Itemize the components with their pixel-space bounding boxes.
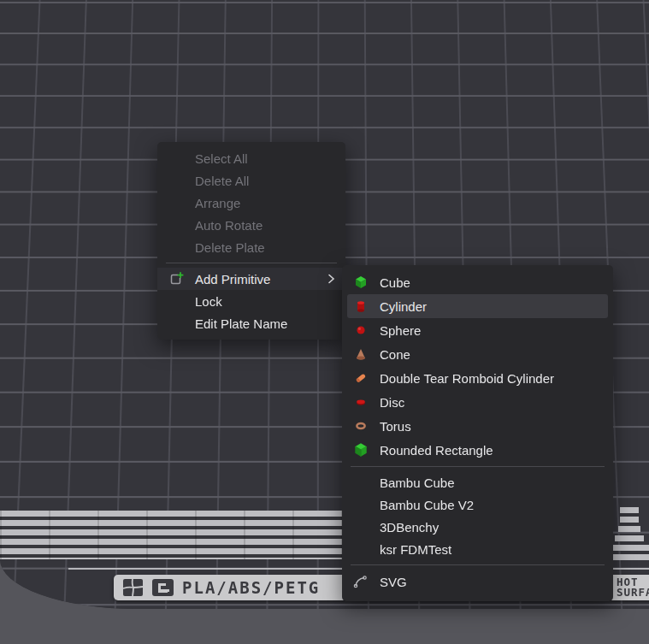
add-primitive-icon bbox=[168, 270, 185, 287]
submenu-item-torus[interactable]: Torus bbox=[342, 414, 613, 438]
submenu-item-cube[interactable]: Cube bbox=[342, 270, 613, 294]
chevron-right-icon bbox=[327, 274, 335, 284]
submenu-item-cylinder[interactable]: Cylinder bbox=[347, 294, 608, 318]
menu-separator bbox=[166, 263, 337, 263]
submenu-separator bbox=[351, 564, 605, 565]
menu-item-lock[interactable]: Lock bbox=[157, 290, 345, 312]
submenu-item-cone[interactable]: Cone bbox=[342, 342, 613, 366]
submenu-separator bbox=[351, 466, 605, 467]
rounded-rectangle-icon bbox=[352, 441, 369, 458]
studio-badge-logo-icon bbox=[151, 578, 174, 597]
submenu-item-3dbenchy[interactable]: 3DBenchy bbox=[342, 516, 613, 538]
plate-context-menu: Select All Delete All Arrange Auto Rotat… bbox=[157, 142, 345, 340]
submenu-item-double-tear-romboid-cylinder[interactable]: Double Tear Romboid Cylinder bbox=[342, 366, 613, 390]
submenu-item-sphere[interactable]: Sphere bbox=[342, 318, 613, 342]
disc-icon bbox=[352, 393, 369, 411]
submenu-item-rounded-rectangle[interactable]: Rounded Rectangle bbox=[342, 438, 613, 462]
submenu-item-ksr-fdmtest[interactable]: ksr FDMTest bbox=[342, 538, 613, 560]
plate-material-label: PLA/ABS/PETG bbox=[182, 578, 320, 597]
sphere-icon bbox=[352, 322, 369, 339]
menu-item-edit-plate-name[interactable]: Edit Plate Name bbox=[157, 312, 345, 334]
slicer-3d-viewport: PLA/ABS/PETG HOT SURFACE Select All Dele… bbox=[0, 0, 649, 644]
submenu-item-svg[interactable]: SVG bbox=[342, 570, 613, 594]
torus-icon bbox=[352, 417, 369, 434]
menu-item-auto-rotate: Auto Rotate bbox=[157, 214, 345, 236]
cylinder-icon bbox=[352, 298, 369, 315]
submenu-item-bambu-cube[interactable]: Bambu Cube bbox=[342, 471, 613, 493]
menu-item-delete-plate: Delete Plate bbox=[157, 236, 345, 258]
menu-item-add-primitive[interactable]: Add Primitive bbox=[157, 268, 345, 290]
submenu-item-disc[interactable]: Disc bbox=[342, 390, 613, 414]
menu-item-arrange: Arrange bbox=[157, 192, 345, 214]
bezier-curve-icon bbox=[352, 573, 369, 590]
bambu-pinwheel-logo-icon bbox=[122, 578, 144, 597]
menu-item-select-all: Select All bbox=[157, 147, 345, 169]
hot-surface-text: HOT SURFACE bbox=[617, 577, 649, 598]
submenu-item-bambu-cube-v2[interactable]: Bambu Cube V2 bbox=[342, 493, 613, 516]
double-tear-romboid-cylinder-icon bbox=[352, 369, 369, 387]
menu-item-delete-all: Delete All bbox=[157, 169, 345, 192]
cube-icon bbox=[352, 274, 369, 291]
add-primitive-submenu: Cube Cylinder Sphere bbox=[342, 265, 613, 601]
cone-icon bbox=[352, 346, 369, 363]
